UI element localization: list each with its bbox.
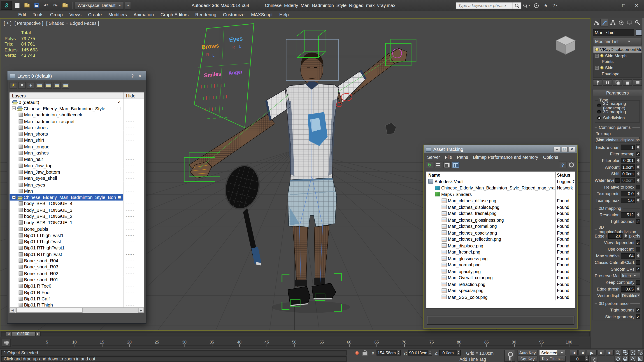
- y-coord-field[interactable]: [408, 350, 432, 356]
- hide-toggle[interactable]: -----: [123, 131, 144, 137]
- layer-toggle[interactable]: [116, 118, 123, 124]
- asset-row-man-clothes-reflection-png[interactable]: Man_clothes_reflection.pngFound: [426, 236, 575, 242]
- layer-toggle[interactable]: [116, 194, 123, 201]
- hide-toggle[interactable]: -----: [123, 296, 144, 302]
- zoom-all-icon[interactable]: [622, 350, 629, 356]
- asset-row-man-specular-png[interactable]: Man_specular.pngFound: [426, 287, 575, 294]
- hide-toggle[interactable]: -----: [123, 188, 144, 194]
- radio-icon[interactable]: [597, 116, 601, 120]
- asset-row-maps-shaders[interactable]: Maps / Shaders: [426, 191, 575, 197]
- asset-row-man-clothes-normal-png[interactable]: Man_clothes_normal.pngFound: [426, 223, 575, 229]
- layer-toggle[interactable]: [116, 105, 123, 112]
- save-icon[interactable]: [32, 1, 41, 10]
- project-folder-icon[interactable]: [60, 1, 69, 10]
- menu-rendering[interactable]: Rendering: [192, 11, 220, 17]
- radio-icon[interactable]: [597, 110, 601, 114]
- water-level-checkbox[interactable]: [615, 178, 620, 182]
- layer-toggle[interactable]: [116, 270, 123, 277]
- layer-toggle[interactable]: [116, 207, 123, 213]
- pan-icon[interactable]: [615, 356, 621, 362]
- layer-toggle[interactable]: [116, 124, 123, 131]
- mini-track-editor-icon[interactable]: [2, 339, 10, 347]
- layer-toggle[interactable]: [116, 277, 123, 283]
- hide-toggle[interactable]: -----: [123, 143, 144, 150]
- viewport-pov-menu[interactable]: [ Perspective ]: [14, 21, 43, 26]
- time-slider-groove[interactable]: [1, 332, 590, 337]
- layer-row-man-tongue[interactable]: Man_tongue-----: [10, 143, 144, 150]
- field-of-view-icon[interactable]: [630, 356, 636, 362]
- hide-toggle[interactable]: -----: [123, 251, 144, 258]
- menu-maxscript[interactable]: MAXScript: [248, 11, 276, 17]
- next-frame-icon[interactable]: ▶: [598, 350, 605, 356]
- menu-tools[interactable]: Tools: [29, 11, 47, 17]
- close-icon[interactable]: ✕: [136, 72, 144, 79]
- z-coord-field[interactable]: [439, 350, 461, 356]
- hide-toggle[interactable]: -----: [123, 112, 144, 118]
- hide-column-header[interactable]: Hide: [123, 92, 144, 99]
- water-level-field[interactable]: 0.0cm: [621, 178, 635, 183]
- asset-row-chinese-elderly-man-badminton-style-rigged-max-vray-max[interactable]: Chinese_Elderly_Man_Badminton_Style_Rigg…: [426, 184, 575, 191]
- help-icon[interactable]: ?▼: [551, 1, 560, 9]
- next-frame-arrow[interactable]: ▶: [35, 332, 41, 336]
- current-frame-field[interactable]: [570, 356, 589, 362]
- asset-menu-file[interactable]: File: [442, 154, 454, 159]
- utilities-tab-icon[interactable]: [634, 19, 642, 27]
- layer-row-body-bfb-tongue-1[interactable]: body_BFB_TONGUE_1-----: [10, 219, 144, 226]
- select-layer-objects-icon[interactable]: [36, 82, 43, 88]
- motion-tab-icon[interactable]: [617, 19, 625, 27]
- layer-row-bone-short-r01[interactable]: Bone_short_R01-----: [10, 277, 144, 283]
- asset-row-man-fresnel-png[interactable]: Man_fresnel.pngFound: [426, 249, 575, 255]
- max-subdivs-spinner[interactable]: [636, 253, 640, 259]
- visibility-bulb-icon[interactable]: [600, 54, 604, 57]
- search-input[interactable]: [456, 3, 513, 8]
- workspace-dropdown[interactable]: Workspace: Default ▼: [75, 1, 124, 9]
- zoom-extents-icon[interactable]: [630, 350, 636, 356]
- scroll-left-icon[interactable]: ◀: [10, 308, 15, 313]
- hide-toggle[interactable]: -----: [123, 289, 144, 296]
- layer-toggle[interactable]: [116, 156, 123, 162]
- make-unique-icon[interactable]: [613, 79, 622, 86]
- asset-row-man-refraction-png[interactable]: Man_refraction.pngFound: [426, 281, 575, 287]
- expander-icon[interactable]: −: [12, 107, 16, 110]
- asset-menu-options[interactable]: Options: [540, 154, 561, 159]
- configure-modifier-sets-icon[interactable]: [633, 79, 642, 86]
- settings-icon[interactable]: [568, 161, 575, 168]
- asset-row-man-overall-color-png[interactable]: Man_Overall_color.pngFound: [426, 275, 575, 281]
- layer-toggle[interactable]: [116, 213, 123, 219]
- texmap-max-spinner[interactable]: [636, 197, 640, 203]
- resolution-field[interactable]: 512: [621, 212, 635, 217]
- time-slider-handle[interactable]: 0 / 100: [11, 332, 36, 336]
- layer-toggle[interactable]: [116, 137, 123, 143]
- time-slider[interactable]: ◀ 0 / 100 ▶: [0, 331, 590, 337]
- asset-menu-bitmap-performance-and-memory[interactable]: Bitmap Performance and Memory: [471, 154, 540, 159]
- layer-row-bip01-rthightwist[interactable]: Bip01 RThighTwist-----: [10, 251, 144, 258]
- layer-row-man-shoes[interactable]: Man_shoes-----: [10, 124, 144, 131]
- tight-bounds-checkbox[interactable]: ✓: [636, 308, 640, 312]
- hide-toggle[interactable]: -----: [123, 226, 144, 232]
- menu-graph-editors[interactable]: Graph Editors: [157, 11, 192, 17]
- layer-row-bip01-r-foot[interactable]: Bip01 R Foot-----: [10, 289, 144, 296]
- workspace-extra-dropdown[interactable]: ▼: [125, 1, 131, 9]
- pin-stack-icon[interactable]: [593, 79, 602, 86]
- key-mode-toggle-icon[interactable]: [590, 357, 598, 362]
- layer-row-chinese-elderly-man-badminton-style-bones[interactable]: −Chinese_Elderly_Man_Badminton_Style_Bon…: [10, 194, 144, 201]
- expander-icon[interactable]: −: [595, 54, 599, 57]
- menu-help[interactable]: Help: [276, 11, 292, 17]
- tight-bounds-checkbox[interactable]: ✓: [636, 219, 640, 224]
- layer-row-bone-short-r04[interactable]: Bone_short_R04-----: [10, 258, 144, 264]
- layer-row-man-badminton-racquet[interactable]: Man_badminton_racquet-----: [10, 118, 144, 124]
- x-coord-field[interactable]: [376, 350, 401, 356]
- max-subdivs-field[interactable]: 64: [621, 253, 635, 259]
- hide-toggle[interactable]: -----: [123, 213, 144, 219]
- edge-thresh-field[interactable]: 0.05: [621, 286, 635, 292]
- minimize-button[interactable]: –: [605, 1, 616, 10]
- view-dependent-checkbox[interactable]: ✓: [636, 240, 640, 245]
- hide-toggle[interactable]: -----: [123, 124, 144, 131]
- texmap-min-spinner[interactable]: [636, 191, 640, 196]
- texture-chan-field[interactable]: 1: [621, 144, 635, 150]
- shift-field[interactable]: 0.0cm: [621, 171, 635, 176]
- help-icon[interactable]: ?: [559, 161, 566, 168]
- amount-field[interactable]: 1.0cm: [621, 164, 635, 170]
- modifier-skin-morph[interactable]: −Skin Morph: [594, 52, 642, 59]
- selection-lock-icon[interactable]: [362, 352, 368, 356]
